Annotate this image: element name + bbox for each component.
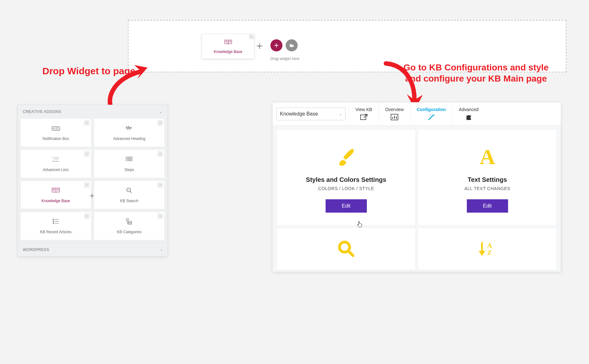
svg-rect-10 <box>53 219 54 220</box>
palette-section-wordpress[interactable]: WORDPRESS › <box>18 243 167 256</box>
tile-badge-icon: ⟳ <box>84 213 90 219</box>
wand-icon <box>427 113 436 122</box>
tile-label: Advanced Lists <box>43 168 69 172</box>
brush-icon <box>334 142 359 171</box>
card-title: Text Settings <box>467 176 507 183</box>
tile-label: KB Recent Articles <box>40 230 71 234</box>
svg-text:2: 2 <box>52 160 54 162</box>
widget-tile-kb-search[interactable]: ⟳ KB Search <box>94 181 165 209</box>
svg-text:A: A <box>487 242 492 249</box>
chip-label: Knowledge Base <box>214 50 242 54</box>
tab-label: Advanced <box>459 107 479 112</box>
puzzle-icon <box>464 113 473 122</box>
svg-point-2 <box>53 128 54 129</box>
book-icon <box>224 39 233 47</box>
widget-tile-advanced-lists[interactable]: ⟳ 12 Advanced Lists <box>20 149 91 178</box>
edit-text-button[interactable]: Edit <box>467 199 508 213</box>
move-cursor-icon <box>256 43 263 49</box>
chevron-right-icon: › <box>161 248 162 252</box>
chevron-down-icon: ⌄ <box>159 109 162 114</box>
widget-tile-notification-box[interactable]: ⟳ Notification Box <box>20 118 91 147</box>
tab-view-kb[interactable]: View KB <box>349 103 379 125</box>
tab-advanced[interactable]: Advanced <box>452 103 485 125</box>
widget-tile-kb-recent-articles[interactable]: ⟳ KB Recent Articles <box>20 212 91 240</box>
card-subtitle: ALL TEXT CHANGES <box>464 186 510 191</box>
kb-select-dropdown[interactable]: Knowledge Base ⌄ <box>276 108 346 120</box>
palette-footer-label: WORDPRESS <box>23 248 49 252</box>
palette-grid: ⟳ Notification Box ⟳ Abc Advanced Headin… <box>18 118 167 243</box>
search-icon <box>124 187 134 195</box>
drag-hint-text: Drag widget here <box>270 56 299 61</box>
widget-tile-knowledge-base[interactable]: ⟳ Knowledge Base <box>20 181 91 209</box>
svg-rect-13 <box>126 219 129 220</box>
external-link-icon <box>359 113 368 122</box>
kb-select-value: Knowledge Base <box>280 111 318 117</box>
svg-point-8 <box>91 195 93 196</box>
config-topbar: Knowledge Base ⌄ View KB Overview Config… <box>273 103 561 125</box>
chip-badge-icon: ⟳ <box>249 34 254 39</box>
palette-header-label: CREATIVE ADDONS <box>23 109 61 114</box>
svg-text:Z: Z <box>487 249 492 256</box>
add-section-button[interactable] <box>270 39 282 51</box>
recent-list-icon <box>51 218 61 227</box>
config-cards-row-2: AZ <box>273 225 561 269</box>
bar-chart-icon <box>390 113 399 122</box>
tab-label: Configuration <box>417 107 446 112</box>
tile-badge-icon: ⟳ <box>157 182 163 188</box>
folder-button[interactable] <box>286 39 298 51</box>
svg-rect-15 <box>129 223 132 224</box>
tile-badge-icon: ⟳ <box>84 182 90 188</box>
tile-badge-icon: ⟳ <box>84 151 90 157</box>
svg-text:A: A <box>480 145 495 169</box>
tab-label: Overview <box>385 107 404 112</box>
heading-icon: Abc <box>124 124 134 133</box>
card-search-settings[interactable] <box>277 228 415 269</box>
search-icon <box>336 235 356 263</box>
widget-palette: CREATIVE ADDONS ⌄ ⟳ Notification Box ⟳ A… <box>17 105 168 256</box>
svg-rect-16 <box>361 115 366 120</box>
tile-badge-icon: ⟳ <box>157 151 163 157</box>
card-styles-colors: Styles and Colors Settings COLORS / LOOK… <box>277 130 415 225</box>
tile-badge-icon: ⟳ <box>84 120 90 126</box>
tile-label: Steps <box>124 168 134 172</box>
arrow-left-icon <box>100 65 154 111</box>
svg-rect-12 <box>53 223 54 224</box>
card-subtitle: COLORS / LOOK / STYLE <box>318 186 374 191</box>
card-text-settings: A Text Settings ALL TEXT CHANGES Edit <box>418 130 556 225</box>
sort-az-icon: AZ <box>478 235 497 263</box>
tab-overview[interactable]: Overview <box>379 103 410 125</box>
widget-tile-advanced-heading[interactable]: ⟳ Abc Advanced Heading <box>94 118 165 147</box>
card-title: Styles and Colors Settings <box>306 176 386 183</box>
tile-badge-icon: ⟳ <box>157 120 163 126</box>
widget-tile-kb-categories[interactable]: ⟳ KB Categories <box>94 212 165 240</box>
svg-text:1: 1 <box>52 156 54 159</box>
card-order-settings[interactable]: AZ <box>418 228 556 269</box>
tile-label: KB Search <box>120 199 138 203</box>
categories-icon <box>124 218 134 227</box>
tile-label: Knowledge Base <box>42 199 70 203</box>
tab-label: View KB <box>355 107 372 112</box>
widget-tile-steps[interactable]: ⟳ Steps <box>94 149 165 178</box>
list-icon: 12 <box>51 156 61 164</box>
tile-label: KB Categories <box>117 230 142 234</box>
hand-cursor-icon <box>357 221 363 228</box>
svg-text:Abc: Abc <box>125 125 132 130</box>
dragging-widget-chip[interactable]: ⟳ Knowledge Base <box>202 34 254 59</box>
edit-styles-button[interactable]: Edit <box>326 199 367 213</box>
kb-config-panel: Knowledge Base ⌄ View KB Overview Config… <box>272 102 561 272</box>
letter-a-icon: A <box>475 142 500 171</box>
steps-icon <box>124 156 134 164</box>
tile-label: Advanced Heading <box>113 136 145 141</box>
tile-badge-icon: ⟳ <box>157 213 163 219</box>
palette-section-creative-addons[interactable]: CREATIVE ADDONS ⌄ <box>18 105 167 118</box>
svg-point-0 <box>259 45 260 47</box>
svg-rect-11 <box>53 221 54 222</box>
config-cards-row: Styles and Colors Settings COLORS / LOOK… <box>273 125 561 225</box>
chevron-down-icon: ⌄ <box>339 112 342 116</box>
notification-icon <box>51 124 61 133</box>
tab-configuration[interactable]: Configuration <box>410 103 452 125</box>
book-icon <box>51 187 61 195</box>
svg-rect-14 <box>129 221 132 222</box>
tile-label: Notification Box <box>43 136 69 141</box>
